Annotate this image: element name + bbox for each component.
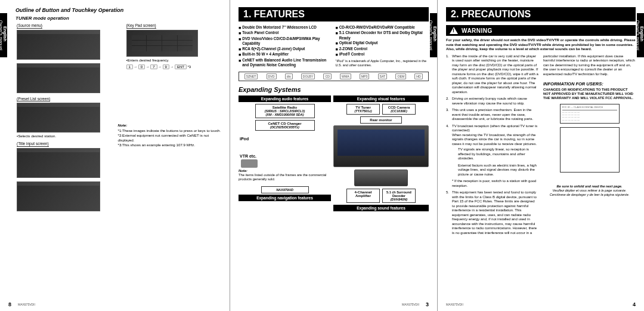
visual-header: Expanding visual features — [333, 96, 429, 102]
prec-3: This unit uses a precision mechanism. Ev… — [452, 108, 538, 122]
logo-mp3: MP3 — [360, 73, 370, 79]
tab-manual: Owner's manual — [0, 20, 3, 50]
page-8: English Owner's manual Outline of Button… — [0, 0, 230, 311]
page-model-right: MAX675VDII — [446, 303, 463, 306]
feat-8: 5.1 Channel Decoder for DTS and Dolby Di… — [339, 30, 429, 41]
logo-oem: OEM — [395, 73, 406, 79]
side-tab-left: English Owner's manual — [0, 13, 7, 57]
fcc-card: FCC ID — CLASS B DIGITAL DEVICE — — — — … — [560, 104, 620, 124]
warning-text: For your safety, the driver should not w… — [446, 38, 636, 52]
rear-monitor-box: Rear monitor — [360, 116, 402, 124]
feature-columns: ■Double Din Motorized 7" Widescreen LCD … — [239, 25, 429, 68]
logo-hd: HD — [414, 73, 423, 79]
prec-4b1: TV signals are strongly linear, so recep… — [458, 147, 538, 161]
page-4-precautions: English Owner's manual 2. PRECAUTIONS WA… — [437, 0, 644, 311]
prec-5a: This equipment has been tested and found… — [452, 190, 538, 235]
mode-heading: TUNER mode operation — [16, 16, 221, 21]
side-tab-right: English Owner's manual — [637, 13, 644, 57]
mock-screen-5 — [17, 181, 100, 211]
source-menu-label: (Source menu) — [17, 23, 42, 29]
info-text: CHANGES OR MODIFICATIONS TO THIS PRODUCT… — [543, 88, 636, 100]
feat-3: DVD Video/Video CD/CD-DA/MP3/WMA Play Ca… — [242, 36, 332, 47]
mock-screen-2 — [17, 63, 100, 93]
feat-2: Touch Panel Control — [242, 30, 278, 36]
tab-lang: English — [3, 20, 7, 47]
feat-7: CD-R/CD-RW/DVD±R/DVD±RW Compatible — [339, 25, 415, 30]
logo-dolby: DOLBY — [301, 73, 315, 79]
page-num-3: 3 — [426, 301, 429, 307]
title-input-label: (Title input screen) — [17, 141, 49, 147]
page-num-8: 8 — [8, 301, 11, 307]
sat-radio-box: Satellite Radio (SIRIUS : SIRCL2/SIRCL3)… — [255, 104, 315, 118]
warning-icon — [450, 27, 458, 34]
prec-4b2: External factors such as electric train … — [458, 164, 538, 177]
amplifier-illustration — [354, 170, 408, 186]
ipod-label: iPod — [240, 137, 330, 141]
feat-5: Built-in 50 W × 4 Amplifier — [242, 52, 289, 57]
page-num-4: 4 — [633, 301, 636, 307]
camcorder-icon — [241, 159, 258, 168]
foot-note: Be sure to unfold and read the next page… — [543, 184, 636, 196]
logo-dvd: DVD — [267, 73, 277, 79]
prec-4: TV broadcast reception (when the optiona… — [452, 124, 537, 146]
logo-cd: CD — [323, 73, 332, 79]
exp-note: Note: The items listed outside of the fr… — [239, 169, 331, 181]
mock-preset-screen — [17, 103, 100, 133]
amp-box: 4-Channel Amplifier — [346, 189, 380, 203]
key-sequence: 1→0→7→9→ENT*3 — [126, 64, 222, 69]
feat-4: RCA 6(+2)-Channel (2-zone) Output — [242, 47, 305, 52]
mock-keypad-screen — [126, 30, 198, 57]
logo-wma: WMA — [340, 73, 351, 79]
prec-2: Driving on extremely bumpy roads which c… — [452, 97, 538, 106]
info-head: INFORMATION FOR USERS: — [543, 81, 636, 87]
mock-source-menu — [17, 30, 100, 60]
prec-1: When the inside of the car is very cold … — [452, 54, 538, 95]
note-3: *3:This shows an example entering 107.9 … — [118, 143, 222, 147]
logo-strip: 5ZNET DVD dts DOLBY CD WMA MP3 SAT OEM H… — [239, 72, 429, 81]
precautions-title: 2. PRECAUTIONS — [446, 7, 636, 21]
side-tab-mid: English Owner's manual — [430, 13, 437, 57]
nax-box: NAX970HD — [261, 186, 309, 193]
prec-4b3: * If the reception is poor, switch to a … — [452, 179, 538, 188]
notes-area: Note: *1:These images indicate the butto… — [118, 123, 222, 147]
vtr-label: VTR etc. — [240, 154, 330, 158]
feat-1: Double Din Motorized 7" Widescreen LCD — [242, 25, 317, 30]
note-head: Note: — [118, 123, 222, 128]
preset-label: (Preset List screen) — [17, 97, 50, 102]
warning-label: WARNING — [462, 27, 493, 34]
feat-10: 2-ZONE Control — [339, 47, 367, 52]
outline-heading: Outline of Button and Touchkey Operation — [16, 7, 221, 13]
feat-6: CeNET with Balanced Audio Line Transmiss… — [242, 58, 332, 68]
feat-11: iPod® Control — [339, 52, 364, 57]
enters-freq-note: •Enters desired frequency. — [126, 58, 174, 62]
logo-5znet: 5ZNET — [244, 73, 258, 79]
feat-9: Optical Digital Output — [339, 41, 378, 46]
nav-header: Expanding navigation features — [239, 195, 331, 201]
prec-5b: particular installation. If this equipme… — [543, 54, 636, 77]
logo-dts: dts — [285, 73, 293, 79]
logo-sat: SAT — [378, 73, 388, 79]
expanding-head: Expanding Systems — [239, 86, 429, 93]
source-menu-block: (Source menu) — [17, 23, 112, 60]
selects-station-note: •Selects desired station. — [17, 134, 64, 138]
ipod-trademark: "iPod" is a trademark of Apple Computer,… — [336, 59, 429, 68]
page-model-left: MAX675VDII — [18, 303, 35, 306]
unit-outline-illustration — [560, 127, 620, 173]
tv-tuner-box: TV Tuner(TTX7501z) — [346, 104, 380, 115]
audio-header: Expanding audio features — [239, 96, 331, 102]
page-3-features: English Owner's manual 1. FEATURES ■Doub… — [230, 0, 437, 311]
keypad-label: (Key Pad screen) — [126, 23, 156, 29]
expanding-grid: Expanding audio features Satellite Radio… — [239, 96, 429, 211]
ccd-box: CCD Camera(CC1030E) — [382, 104, 416, 115]
cd-changer-box: CeNET CD Changer (DCZ625/DC655Tz) — [255, 120, 315, 131]
page-model-mid: MAX675VDII — [402, 303, 419, 306]
sound-header: Expanding sound features — [333, 205, 429, 211]
note-1: *1:These images indicate the buttons to … — [118, 128, 222, 133]
warning-bar: WARNING — [446, 25, 636, 36]
main-unit-illustration — [333, 125, 429, 167]
mock-title-screen — [17, 148, 100, 178]
features-title: 1. FEATURES — [239, 7, 429, 21]
precaution-columns: 1.When the inside of the car is very col… — [446, 54, 636, 238]
note-2: *2:External equipment not connected with… — [118, 133, 222, 143]
decoder-box: 5.1 ch Surround Decoder(DVH940N) — [382, 189, 416, 203]
